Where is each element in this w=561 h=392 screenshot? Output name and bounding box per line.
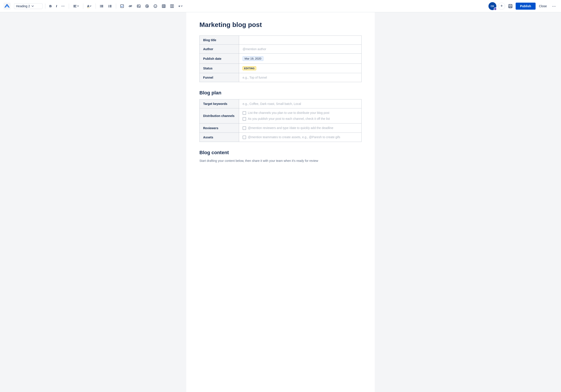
svg-point-23 (156, 5, 156, 6)
save-button[interactable] (507, 3, 514, 10)
svg-rect-11 (109, 5, 112, 5)
table-value-status[interactable]: EDITING (239, 64, 362, 73)
task-icon (120, 4, 124, 8)
svg-rect-7 (101, 6, 103, 6)
checkbox-2[interactable] (243, 117, 246, 121)
svg-rect-5 (101, 5, 103, 5)
svg-text:3.: 3. (108, 6, 109, 8)
checkbox-item: @mention teammates to create assets, e.g… (243, 135, 358, 139)
table-label-author: Author (200, 45, 239, 54)
link-button[interactable] (127, 3, 134, 10)
table-row: Publish date Mar 19, 2020 (200, 54, 362, 64)
publish-button[interactable]: Publish (516, 3, 536, 10)
toolbar: Heading 2 B I ··· A (0, 0, 561, 12)
checkbox-4[interactable] (243, 136, 246, 139)
mention-button[interactable] (144, 3, 150, 10)
mention-icon (145, 4, 149, 8)
svg-rect-1 (73, 5, 76, 5)
columns-icon (170, 4, 174, 8)
save-icon (508, 4, 513, 9)
table-value-reviewers[interactable]: @mention reviewers and type /date to qui… (239, 124, 362, 133)
table-value-keywords[interactable]: e.g., Coffee, Dark roast, Small batch, L… (239, 99, 362, 108)
image-button[interactable] (135, 3, 142, 10)
style-selector[interactable]: Heading 2 (14, 3, 43, 9)
checkbox-item: @mention reviewers and type /date to qui… (243, 126, 358, 130)
table-value-author[interactable]: @mention author (239, 45, 362, 54)
table-row: Reviewers @mention reviewers and type /d… (200, 124, 362, 133)
table-button[interactable] (161, 3, 167, 10)
bullet-list-button[interactable] (98, 3, 105, 10)
svg-point-22 (154, 5, 155, 6)
table-row: Blog title (200, 36, 362, 45)
svg-point-4 (100, 5, 101, 5)
style-selector-label: Heading 2 (16, 4, 30, 8)
more-format-button[interactable]: ··· (60, 3, 66, 9)
table-label-reviewers: Reviewers (200, 124, 239, 133)
table-value-assets[interactable]: @mention teammates to create assets, e.g… (239, 133, 362, 142)
table-label-distribution: Distribution channels (200, 108, 239, 124)
table-label-publish-date: Publish date (200, 54, 239, 64)
table-row: Status EDITING (200, 64, 362, 73)
table-label-funnel: Funnel (200, 73, 239, 82)
close-button[interactable]: Close (537, 3, 549, 9)
checkbox-3[interactable] (243, 126, 246, 130)
avatar[interactable]: CK (488, 2, 496, 10)
editor-content: Marketing blog post Blog title Author @m… (186, 12, 375, 392)
toolbar-divider-2 (69, 3, 69, 9)
table-row: Distribution channels List the channels … (200, 108, 362, 124)
svg-rect-34 (510, 7, 511, 8)
chevron-down-icon (89, 5, 92, 7)
svg-rect-16 (120, 5, 124, 8)
table-label-status: Status (200, 64, 239, 73)
toolbar-right: CK + Publish Close ··· (488, 2, 558, 10)
table-value-publish-date[interactable]: Mar 19, 2020 (239, 54, 362, 64)
bold-button[interactable]: B (48, 3, 53, 9)
text-color-button[interactable]: A (86, 3, 93, 9)
more-options-button[interactable]: ··· (550, 3, 558, 10)
svg-rect-30 (172, 5, 173, 8)
date-pill[interactable]: Mar 19, 2020 (243, 56, 263, 61)
table-icon (162, 4, 166, 8)
table-value-distribution[interactable]: List the channels you plan to use to dis… (239, 108, 362, 124)
svg-point-8 (100, 7, 101, 7)
svg-rect-3 (73, 7, 76, 7)
chevron-down-icon (181, 5, 183, 7)
numbered-list-button[interactable]: 1. 2. 3. (107, 3, 113, 10)
svg-rect-32 (509, 4, 511, 6)
numbered-list-icon: 1. 2. 3. (108, 4, 112, 8)
document-title[interactable]: Marketing blog post (199, 21, 362, 29)
chevron-down-icon (31, 5, 34, 7)
blog-content-heading: Blog content (199, 150, 362, 156)
app-logo[interactable] (3, 3, 11, 10)
blog-plan-table: Target keywords e.g., Coffee, Dark roast… (199, 99, 362, 142)
toolbar-divider-1 (45, 3, 45, 9)
emoji-icon (153, 4, 157, 8)
svg-point-21 (154, 5, 157, 8)
columns-button[interactable] (169, 3, 175, 10)
task-button[interactable] (119, 3, 125, 10)
image-icon (137, 4, 141, 8)
emoji-button[interactable] (152, 3, 159, 10)
toolbar-divider-5 (116, 3, 116, 9)
avatar-badge (494, 7, 497, 11)
status-badge[interactable]: EDITING (243, 66, 256, 70)
italic-button[interactable]: I (55, 3, 58, 9)
table-label-assets: Assets (200, 133, 239, 142)
align-button[interactable] (72, 3, 80, 10)
table-value-blog-title[interactable] (239, 36, 362, 45)
checkbox-item: List the channels you plan to use to dis… (243, 111, 358, 115)
blog-content-subtitle: Start drafting your content below, then … (199, 159, 362, 162)
svg-point-6 (100, 6, 101, 6)
table-label-blog-title: Blog title (200, 36, 239, 45)
add-collaborator-button[interactable]: + (498, 3, 505, 10)
chevron-down-icon (77, 5, 79, 7)
table-value-funnel[interactable]: e.g., Top of funnel (239, 73, 362, 82)
align-icon (73, 4, 77, 8)
link-icon (129, 4, 132, 8)
blog-plan-heading: Blog plan (199, 90, 362, 96)
blog-info-table: Blog title Author @mention author Publis… (199, 35, 362, 82)
checkbox-1[interactable] (243, 111, 246, 115)
insert-button[interactable]: + (177, 3, 184, 9)
svg-point-20 (146, 5, 148, 7)
toolbar-divider-4 (96, 3, 96, 9)
